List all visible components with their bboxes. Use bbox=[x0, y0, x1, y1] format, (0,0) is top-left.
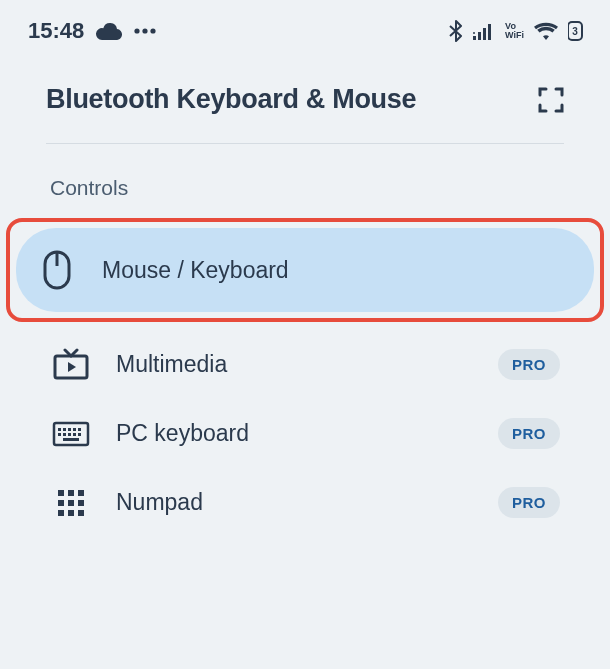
svg-rect-18 bbox=[78, 428, 81, 431]
svg-rect-22 bbox=[73, 433, 76, 436]
svg-rect-4 bbox=[478, 32, 481, 40]
controls-list: Mouse / Keyboard Multimedia PRO PC keybo… bbox=[46, 218, 564, 530]
vowifi-icon: VoWiFi bbox=[505, 22, 524, 40]
control-numpad[interactable]: Numpad PRO bbox=[46, 475, 564, 530]
svg-text:3: 3 bbox=[572, 26, 578, 37]
svg-rect-33 bbox=[78, 510, 84, 516]
mouse-icon bbox=[38, 250, 76, 290]
svg-rect-31 bbox=[58, 510, 64, 516]
status-right: VoWiFi 3 bbox=[449, 20, 586, 42]
highlight-annotation: Mouse / Keyboard bbox=[6, 218, 604, 322]
control-mouse-keyboard[interactable]: Mouse / Keyboard bbox=[16, 228, 594, 312]
status-time: 15:48 bbox=[28, 18, 84, 44]
keyboard-icon bbox=[52, 421, 90, 447]
svg-rect-24 bbox=[63, 438, 79, 441]
control-label: Multimedia bbox=[116, 351, 472, 378]
more-icon bbox=[134, 28, 156, 34]
svg-rect-32 bbox=[68, 510, 74, 516]
svg-rect-6 bbox=[488, 24, 491, 40]
control-label: PC keyboard bbox=[116, 420, 472, 447]
svg-rect-21 bbox=[68, 433, 71, 436]
svg-point-7 bbox=[473, 32, 475, 34]
signal-icon bbox=[473, 22, 495, 40]
svg-rect-30 bbox=[78, 500, 84, 506]
cloud-icon bbox=[96, 22, 122, 40]
page-title: Bluetooth Keyboard & Mouse bbox=[46, 84, 416, 115]
control-label: Mouse / Keyboard bbox=[102, 257, 572, 284]
pro-badge: PRO bbox=[498, 487, 560, 518]
svg-point-1 bbox=[143, 28, 148, 33]
svg-rect-28 bbox=[58, 500, 64, 506]
svg-rect-26 bbox=[68, 490, 74, 496]
wifi-icon bbox=[534, 22, 558, 40]
svg-point-0 bbox=[135, 28, 140, 33]
svg-rect-14 bbox=[58, 428, 61, 431]
status-bar: 15:48 VoWiFi 3 bbox=[0, 0, 610, 54]
svg-rect-16 bbox=[68, 428, 71, 431]
svg-rect-23 bbox=[78, 433, 81, 436]
tv-play-icon bbox=[52, 348, 90, 380]
control-label: Numpad bbox=[116, 489, 472, 516]
svg-rect-5 bbox=[483, 28, 486, 40]
control-pc-keyboard[interactable]: PC keyboard PRO bbox=[46, 406, 564, 461]
section-label: Controls bbox=[46, 144, 564, 218]
battery-icon: 3 bbox=[568, 21, 586, 41]
numpad-icon bbox=[52, 488, 90, 518]
svg-rect-3 bbox=[473, 36, 476, 40]
control-multimedia[interactable]: Multimedia PRO bbox=[46, 336, 564, 392]
svg-rect-17 bbox=[73, 428, 76, 431]
pro-badge: PRO bbox=[498, 418, 560, 449]
header-row: Bluetooth Keyboard & Mouse bbox=[46, 84, 564, 144]
status-left: 15:48 bbox=[28, 18, 156, 44]
svg-rect-20 bbox=[63, 433, 66, 436]
svg-rect-27 bbox=[78, 490, 84, 496]
svg-rect-15 bbox=[63, 428, 66, 431]
fullscreen-icon[interactable] bbox=[538, 87, 564, 113]
svg-rect-19 bbox=[58, 433, 61, 436]
svg-rect-25 bbox=[58, 490, 64, 496]
bluetooth-icon bbox=[449, 20, 463, 42]
pro-badge: PRO bbox=[498, 349, 560, 380]
svg-rect-29 bbox=[68, 500, 74, 506]
svg-point-2 bbox=[151, 28, 156, 33]
